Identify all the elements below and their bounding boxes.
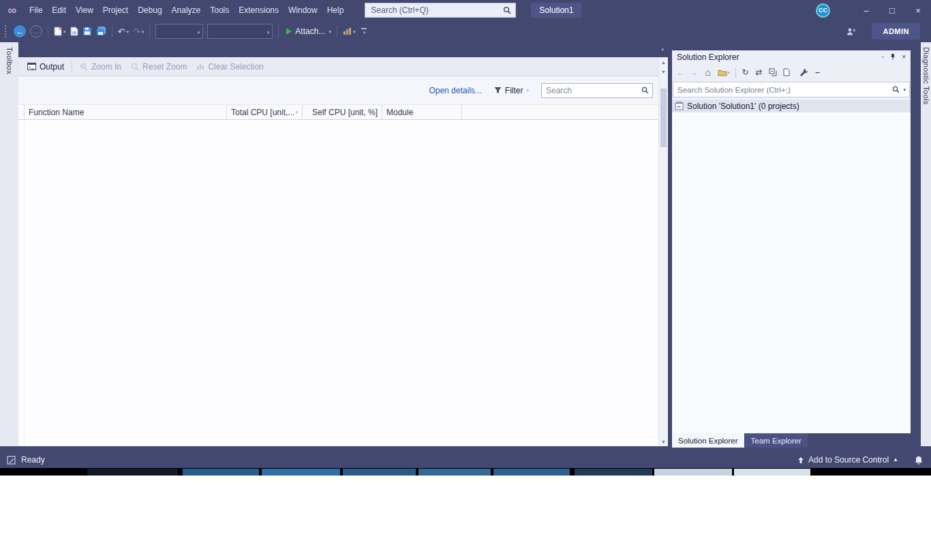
window-position-icon[interactable]: ▾ [882, 55, 885, 59]
function-search-box[interactable] [541, 83, 653, 98]
toolbox-tab[interactable]: Toolbox [5, 47, 14, 446]
document-area: ▾ Output Zoom In Reset Zoom Clear Select… [18, 42, 668, 446]
output-button[interactable]: Output [22, 59, 69, 74]
filter-dropdown[interactable]: Filter ▾ [494, 86, 529, 95]
solution-explorer-search-input[interactable] [673, 86, 892, 94]
chevron-up-icon[interactable]: ▲ [893, 457, 898, 463]
home-icon[interactable]: ⌂ [701, 66, 714, 79]
column-header-function-name[interactable]: Function Name [25, 105, 227, 119]
function-search-input[interactable] [542, 86, 641, 95]
quick-launch-search[interactable] [365, 3, 516, 18]
pin-icon[interactable] [890, 53, 896, 61]
menu-bar: FileEditViewProjectDebugAnalyzeToolsExte… [25, 0, 348, 20]
menu-item[interactable]: Debug [133, 0, 166, 20]
taskbar-window-preview[interactable] [734, 469, 810, 476]
menu-item[interactable]: Tools [205, 0, 234, 20]
standard-toolbar: ← → ▾ ↶ ▾ ↷ ▾ ▾ ▾ Attach... [0, 20, 931, 42]
scroll-down-icon[interactable]: ▼ [659, 437, 668, 446]
configuration-combobox[interactable]: ▾ [155, 24, 203, 39]
solution-name-chip[interactable]: Solution1 [531, 3, 581, 18]
tab-list-dropdown-icon[interactable]: ▾ [661, 42, 668, 57]
solution-tree-root[interactable]: ∞ Solution 'Solution1' (0 projects) [672, 99, 911, 112]
navigate-back-button[interactable]: ← [14, 25, 26, 37]
toolbar-overflow-button[interactable]: ▾ [361, 28, 367, 35]
user-avatar[interactable]: CC [816, 3, 830, 18]
admin-button[interactable]: ADMIN [872, 23, 920, 40]
line-toggle-icon[interactable]: – [811, 66, 824, 79]
open-details-link[interactable]: Open details... [429, 86, 481, 95]
left-tool-strip: Toolbox [0, 42, 18, 446]
new-file-button[interactable]: ▾ [52, 23, 68, 40]
taskbar-window-preview[interactable] [418, 469, 491, 476]
vertical-scrollbar[interactable]: ▲ ▼ ▼ [658, 57, 668, 446]
chevron-down-icon[interactable]: ▾ [295, 110, 298, 114]
pending-changes-filter-icon[interactable]: ↻ [739, 66, 752, 79]
filter-bar: Open details... Filter ▾ [18, 76, 658, 104]
svg-text:∞: ∞ [677, 104, 681, 110]
toolbar-drag-handle[interactable] [5, 25, 7, 37]
sync-with-active-document-icon[interactable]: ⇄ [752, 66, 765, 79]
scrollbar-thumb[interactable] [660, 89, 667, 147]
document-tab-strip: ▾ [18, 42, 668, 57]
close-icon[interactable]: × [902, 53, 906, 61]
menu-item[interactable]: Help [322, 0, 349, 20]
taskbar-window-preview[interactable] [575, 469, 652, 476]
preview-selected-items-button[interactable] [780, 66, 793, 79]
menu-item[interactable]: View [71, 0, 98, 20]
back-icon[interactable]: ← [674, 66, 687, 79]
redo-button[interactable]: ↷ ▾ [131, 23, 146, 40]
column-header-total-cpu[interactable]: Total CPU [unit,... ▾ [227, 105, 303, 119]
platform-combobox[interactable]: ▾ [207, 24, 273, 39]
solution-explorer-titlebar: Solution Explorer ▾ × [672, 50, 911, 63]
properties-button[interactable] [797, 66, 810, 79]
reset-zoom-button[interactable]: Reset Zoom [126, 59, 192, 74]
zoom-in-icon [80, 63, 88, 71]
chevron-down-icon[interactable]: ▾ [903, 87, 906, 92]
visual-studio-logo-icon: ∞ [0, 0, 25, 20]
navigate-forward-button[interactable]: → [30, 25, 42, 37]
chevron-down-icon: ▾ [142, 29, 144, 34]
save-button[interactable] [80, 23, 94, 40]
forward-icon[interactable]: → [688, 66, 701, 79]
collapse-all-button[interactable] [766, 66, 779, 79]
menu-item[interactable]: Project [98, 0, 133, 20]
diagnostic-tools-tab[interactable]: Diagnostic Tools [922, 47, 930, 446]
column-header-module[interactable]: Module [382, 105, 462, 119]
clear-selection-icon [196, 63, 204, 70]
quick-launch-input[interactable] [365, 5, 503, 15]
notifications-bell-icon[interactable] [915, 456, 923, 465]
taskbar-window-preview[interactable] [654, 469, 732, 476]
profiler-button[interactable]: ▾ [341, 23, 358, 40]
scroll-down-small-icon[interactable]: ▼ [659, 67, 668, 76]
clear-selection-button[interactable]: Clear Selection [192, 59, 268, 74]
save-all-button[interactable] [94, 23, 108, 40]
solution-explorer-search-box[interactable]: ▾ [673, 82, 910, 97]
menu-item[interactable]: Edit [47, 0, 71, 20]
taskbar-window-preview[interactable] [262, 469, 340, 476]
tab-solution-explorer[interactable]: Solution Explorer [672, 433, 744, 448]
switch-views-button[interactable]: ▾ [715, 66, 733, 79]
taskbar-window-preview[interactable] [87, 469, 178, 476]
right-tool-strip: Diagnostic Tools [921, 42, 931, 446]
taskbar-window-preview[interactable] [493, 469, 570, 476]
minimize-icon[interactable]: – [853, 0, 879, 20]
menu-item[interactable]: File [25, 0, 47, 20]
menu-item[interactable]: Window [284, 0, 322, 20]
undo-button[interactable]: ↶ ▾ [116, 23, 131, 40]
zoom-in-button[interactable]: Zoom In [75, 59, 126, 74]
menu-item[interactable]: Analyze [167, 0, 206, 20]
chevron-down-icon: ▾ [526, 88, 529, 93]
maximize-icon[interactable]: □ [879, 0, 905, 20]
add-to-source-control-button[interactable]: Add to Source Control [808, 455, 889, 465]
taskbar-window-preview[interactable] [343, 469, 416, 476]
column-header-self-cpu[interactable]: Self CPU [unit, %] [303, 105, 382, 119]
attach-button[interactable]: Attach... ▾ [282, 23, 333, 40]
taskbar-window-preview[interactable] [183, 469, 259, 476]
scroll-up-icon[interactable]: ▲ [659, 57, 668, 67]
tab-team-explorer[interactable]: Team Explorer [745, 433, 808, 448]
send-feedback-icon[interactable] [846, 27, 857, 36]
menu-item[interactable]: Extensions [234, 0, 284, 20]
windows-taskbar[interactable] [0, 468, 931, 476]
open-file-button[interactable] [68, 23, 80, 40]
close-icon[interactable]: × [905, 0, 931, 20]
